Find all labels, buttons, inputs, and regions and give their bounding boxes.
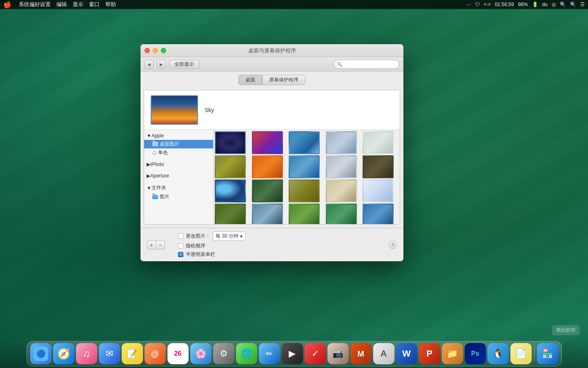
menubar-edit[interactable]: 编辑	[56, 1, 67, 8]
dock-icon-mail[interactable]: ✉	[99, 343, 120, 364]
grid-thumb-18[interactable]	[289, 204, 320, 224]
sidebar-item-iphoto[interactable]: ▶ iPhoto	[144, 160, 213, 168]
sidebar-group-apple: ▼ Apple 桌面图片 单色	[144, 130, 213, 159]
grid-thumb-20[interactable]	[363, 204, 394, 224]
grid-thumb-8[interactable]	[289, 155, 320, 178]
grid-thumb-19[interactable]	[326, 204, 357, 224]
grid-thumb-15[interactable]	[363, 180, 394, 202]
menubar-help[interactable]: 帮助	[105, 1, 116, 8]
dock-icon-finder[interactable]: 🔵	[30, 343, 51, 364]
sidebar-item-aperture[interactable]: ▶ Aperture	[144, 172, 213, 180]
menubar-right: ··· 🛡 <·> 01:56:59 98% 🔋 du ◎ 🔍 🔍 ☰	[467, 2, 585, 7]
dock-icon-qqintl[interactable]: 🐧	[488, 343, 509, 364]
dock-icon-calendar[interactable]: 26	[167, 343, 189, 364]
window-content: Sky ▼ Apple 桌面图片 单色	[144, 90, 400, 224]
window-title: 桌面与屏幕保护程序	[248, 47, 296, 54]
dock-icon-matlab[interactable]: M	[350, 343, 372, 364]
sidebar-item-folder[interactable]: ▼ 文件夹	[144, 183, 213, 193]
grid-thumb-6[interactable]	[215, 155, 246, 178]
chevron-down-icon: ▾	[240, 233, 243, 239]
watermark-text: 电玩软件	[556, 327, 576, 333]
apple-menu-icon[interactable]: 🍎	[3, 1, 11, 9]
menubar-display[interactable]: 显示	[73, 1, 83, 8]
menubar-dots: ···	[467, 2, 471, 7]
sidebar-item-apple[interactable]: ▼ Apple	[144, 132, 213, 140]
translucent-row: 半透明菜单栏	[178, 251, 245, 258]
dock-icon-filemanager[interactable]: 📁	[442, 343, 463, 364]
preferences-window: 桌面与屏幕保护程序 ◀ ▶ 全部显示 🔍 桌面 屏幕保护程序 Sky	[140, 44, 403, 261]
image-grid	[214, 130, 400, 224]
dock-icon-ppt[interactable]: P	[419, 343, 440, 364]
dock-icon-addressbook[interactable]: @	[145, 343, 166, 364]
add-button[interactable]: +	[147, 240, 156, 249]
dock-icon-camera[interactable]: 📷	[327, 343, 349, 364]
interval-dropdown[interactable]: 每 30 分钟 ▾	[213, 231, 245, 241]
maximize-button[interactable]	[161, 48, 166, 53]
translucent-checkbox[interactable]	[178, 252, 183, 257]
menubar-window[interactable]: 窗口	[89, 1, 100, 8]
menubar-app-name[interactable]: 系统偏好设置	[19, 1, 51, 8]
dock-icon-iphoto[interactable]: 🌸	[190, 343, 212, 364]
svg-text:🔵: 🔵	[36, 349, 46, 358]
sidebar-aperture-label: Aperture	[150, 173, 169, 179]
dock-icon-ps[interactable]: Ps	[465, 343, 486, 364]
menubar: 🍎 系统偏好设置 编辑 显示 窗口 帮助 ··· 🛡 <·> 01:56:59 …	[0, 0, 588, 9]
change-image-checkbox[interactable]	[178, 233, 183, 239]
menubar-left: 🍎 系统偏好设置 编辑 显示 窗口 帮助	[3, 1, 116, 9]
grid-thumb-11[interactable]	[215, 180, 246, 202]
dock-icon-syspref[interactable]: ⚙	[213, 343, 234, 364]
dock-icon-xcode[interactable]: ✏	[259, 343, 280, 364]
sidebar-group-iphoto: ▶ iPhoto	[144, 159, 213, 170]
menubar-username[interactable]: 🔍	[560, 2, 566, 7]
sidebar-item-solid-color[interactable]: 单色	[144, 148, 213, 157]
change-image-label: 更改图片：	[186, 233, 210, 240]
minimize-button[interactable]	[153, 48, 158, 53]
arrow-right-icon2: ▶	[147, 173, 150, 179]
sidebar-item-desktop-pictures[interactable]: 桌面图片	[144, 140, 213, 148]
grid-thumb-4[interactable]	[326, 131, 357, 154]
arrow-right-icon: ▶	[147, 162, 150, 167]
remove-button[interactable]: −	[156, 240, 165, 249]
sidebar: ▼ Apple 桌面图片 单色 ▶ iPh	[144, 130, 214, 224]
grid-thumb-3[interactable]	[289, 131, 320, 154]
grid-thumb-9[interactable]	[326, 155, 357, 178]
menubar-list-icon[interactable]: ☰	[580, 2, 585, 7]
sidebar-item-pictures[interactable]: 图片	[144, 193, 213, 201]
dock-icon-appstore[interactable]: 🏪	[537, 343, 558, 364]
menubar-shield: 🛡	[475, 2, 480, 7]
add-remove-buttons: + −	[147, 240, 165, 249]
tab-desktop[interactable]: 桌面	[238, 75, 262, 85]
all-display-button[interactable]: 全部显示	[169, 60, 199, 69]
grid-thumb-14[interactable]	[326, 180, 357, 202]
search-wrapper: 🔍	[334, 60, 399, 69]
dock-icon-finalcut[interactable]: ▶	[282, 343, 303, 364]
grid-thumb-7[interactable]	[252, 155, 283, 178]
grid-thumb-1[interactable]	[215, 131, 246, 154]
random-checkbox[interactable]	[178, 243, 183, 249]
grid-thumb-17[interactable]	[252, 204, 283, 224]
dock-icon-safari[interactable]: 🧭	[53, 343, 74, 364]
grid-thumb-12[interactable]	[252, 180, 283, 202]
search-input[interactable]	[334, 60, 399, 69]
help-button[interactable]: ?	[389, 241, 397, 249]
grid-thumb-16[interactable]	[215, 204, 246, 224]
close-button[interactable]	[145, 48, 150, 53]
forward-button[interactable]: ▶	[157, 60, 166, 69]
grid-thumb-2[interactable]	[252, 131, 283, 154]
preview-name: Sky	[205, 107, 214, 113]
dock-icon-vectorize[interactable]: A	[373, 343, 394, 364]
dock-icon-maps[interactable]: 🌐	[236, 343, 257, 364]
dock-icon-notes[interactable]: 📄	[510, 343, 532, 364]
menubar-search-icon[interactable]: 🔍	[570, 2, 576, 7]
tab-screensaver[interactable]: 屏幕保护程序	[262, 75, 305, 85]
dock-icon-stickies[interactable]: 📝	[122, 343, 143, 364]
grid-thumb-13[interactable]	[289, 180, 320, 202]
back-button[interactable]: ◀	[145, 60, 154, 69]
sidebar-group-apple-label: Apple	[151, 133, 164, 139]
dock-icon-omnifocus[interactable]: ✓	[305, 343, 326, 364]
grid-thumb-10[interactable]	[363, 155, 394, 178]
dock-icon-word[interactable]: W	[396, 343, 417, 364]
grid-thumb-5[interactable]	[363, 131, 394, 154]
watermark: 电玩软件	[552, 325, 580, 335]
dock-icon-itunes[interactable]: ♫	[76, 343, 97, 364]
